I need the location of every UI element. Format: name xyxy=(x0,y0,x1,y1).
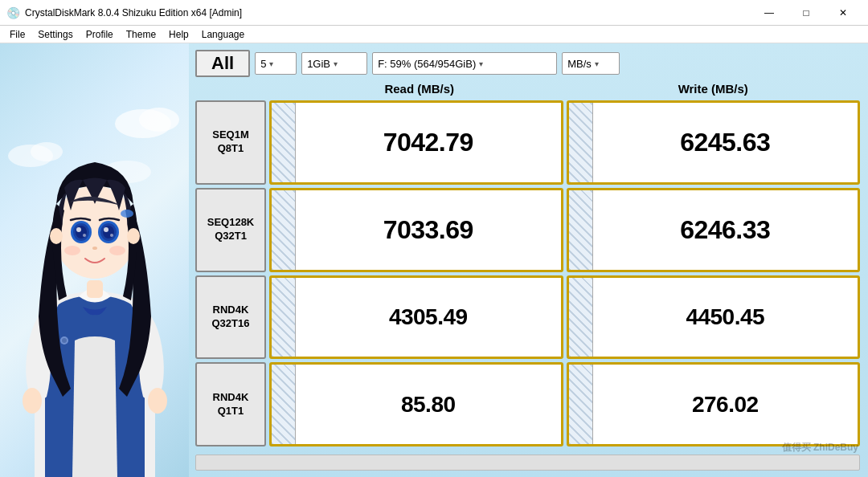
disk-value: F: 59% (564/954GiB) xyxy=(378,58,476,70)
svg-point-3 xyxy=(31,142,63,161)
runs-dropdown-arrow: ▾ xyxy=(269,59,273,68)
rnd4k-q32t16-write-value: 4450.45 xyxy=(593,304,858,330)
table-row: RND4K Q1T1 85.80 276.02 xyxy=(195,362,860,446)
benchmark-panel: All 5 ▾ 1GiB ▾ F: 59% (564/954GiB) ▾ MB/… xyxy=(189,43,868,477)
character-svg xyxy=(6,92,183,477)
size-value: 1GiB xyxy=(307,58,330,70)
disk-dropdown[interactable]: F: 59% (564/954GiB) ▾ xyxy=(372,52,557,75)
benchmark-rows: SEQ1M Q8T1 7042.79 6245.63 xyxy=(195,100,860,450)
svg-point-12 xyxy=(76,227,81,232)
disk-dropdown-arrow: ▾ xyxy=(479,59,483,68)
runs-dropdown[interactable]: 5 ▾ xyxy=(255,52,297,75)
seq128k-q32t1-label: SEQ128K Q32T1 xyxy=(195,188,266,272)
hatch-decoration xyxy=(569,103,593,182)
rnd4k-q1t1-label: RND4K Q1T1 xyxy=(195,362,266,446)
character-figure xyxy=(0,92,189,477)
svg-point-17 xyxy=(104,227,108,232)
all-button[interactable]: All xyxy=(195,50,250,77)
rnd4k-q32t16-label: RND4K Q32T16 xyxy=(195,275,266,360)
main-content: All 5 ▾ 1GiB ▾ F: 59% (564/954GiB) ▾ MB/… xyxy=(0,43,868,477)
rnd4k-q32t16-read-cell: 4305.49 xyxy=(269,275,563,360)
table-row: RND4K Q32T16 4305.49 4450.45 xyxy=(195,275,860,360)
watermark: 值得买 ZhiDeBuy xyxy=(782,441,858,455)
svg-point-21 xyxy=(109,246,125,255)
top-controls: All 5 ▾ 1GiB ▾ F: 59% (564/954GiB) ▾ MB/… xyxy=(195,50,860,77)
app-icon: 💿 xyxy=(6,6,20,19)
rnd4k-q32t16-read-value: 4305.49 xyxy=(296,304,561,330)
menu-bar: File Settings Profile Theme Help Languag… xyxy=(0,26,868,43)
svg-rect-7 xyxy=(87,280,103,298)
table-row: SEQ128K Q32T1 7033.69 6246.33 xyxy=(195,188,860,272)
seq1m-q8t1-read-cell: 7042.79 xyxy=(269,100,563,185)
menu-language[interactable]: Language xyxy=(195,27,251,42)
read-header: Read (MB/s) xyxy=(272,82,567,96)
seq128k-q32t1-read-cell: 7033.69 xyxy=(269,188,563,272)
seq1m-q8t1-cells: 7042.79 6245.63 xyxy=(269,100,860,185)
window-title: CrystalDiskMark 8.0.4 Shizuku Edition x6… xyxy=(25,7,746,18)
unit-dropdown-arrow: ▾ xyxy=(595,59,599,68)
maximize-button[interactable]: □ xyxy=(788,0,825,26)
rnd4k-q32t16-write-cell: 4450.45 xyxy=(567,275,861,360)
close-button[interactable]: ✕ xyxy=(825,0,862,26)
rnd4k-q1t1-write-value: 276.02 xyxy=(593,392,858,418)
svg-point-26 xyxy=(62,338,67,343)
menu-file[interactable]: File xyxy=(3,27,31,42)
svg-point-18 xyxy=(110,234,113,237)
progress-bar-container xyxy=(195,455,860,471)
hatch-decoration xyxy=(272,190,296,270)
title-bar: 💿 CrystalDiskMark 8.0.4 Shizuku Edition … xyxy=(0,0,868,26)
unit-value: MB/s xyxy=(567,58,592,70)
size-dropdown-arrow: ▾ xyxy=(334,59,338,68)
runs-value: 5 xyxy=(260,58,266,70)
rnd4k-q1t1-read-cell: 85.80 xyxy=(269,362,563,446)
seq128k-q32t1-write-value: 6246.33 xyxy=(593,215,858,245)
write-header: Write (MB/s) xyxy=(567,82,861,96)
hatch-decoration xyxy=(569,365,593,444)
hatch-decoration xyxy=(569,190,593,270)
svg-point-5 xyxy=(23,388,42,414)
hatch-decoration xyxy=(272,278,296,357)
window-controls: — □ ✕ xyxy=(751,0,862,26)
minimize-button[interactable]: — xyxy=(751,0,788,26)
rnd4k-q1t1-read-value: 85.80 xyxy=(296,392,561,418)
menu-help[interactable]: Help xyxy=(162,27,195,42)
column-headers: Read (MB/s) Write (MB/s) xyxy=(195,82,860,96)
seq128k-q32t1-write-cell: 6246.33 xyxy=(567,188,861,272)
rnd4k-q1t1-write-cell: 276.02 xyxy=(567,362,861,446)
svg-point-20 xyxy=(64,246,80,255)
seq1m-q8t1-write-cell: 6245.63 xyxy=(567,100,861,185)
rnd4k-q32t16-cells: 4305.49 4450.45 xyxy=(269,275,860,360)
menu-theme[interactable]: Theme xyxy=(120,27,162,42)
seq1m-q8t1-read-value: 7042.79 xyxy=(296,128,561,157)
svg-point-1 xyxy=(139,108,179,132)
svg-point-23 xyxy=(127,228,140,244)
svg-point-6 xyxy=(148,388,167,414)
hatch-decoration xyxy=(569,278,593,357)
svg-point-24 xyxy=(121,210,133,218)
size-dropdown[interactable]: 1GiB ▾ xyxy=(301,52,367,75)
rnd4k-q1t1-cells: 85.80 276.02 xyxy=(269,362,860,446)
seq1m-q8t1-write-value: 6245.63 xyxy=(593,128,858,157)
svg-point-13 xyxy=(83,234,86,237)
menu-profile[interactable]: Profile xyxy=(80,27,120,42)
menu-settings[interactable]: Settings xyxy=(31,27,79,42)
character-panel xyxy=(0,43,189,477)
seq128k-q32t1-cells: 7033.69 6246.33 xyxy=(269,188,860,272)
seq1m-q8t1-label: SEQ1M Q8T1 xyxy=(195,100,266,185)
table-row: SEQ1M Q8T1 7042.79 6245.63 xyxy=(195,100,860,185)
unit-dropdown[interactable]: MB/s ▾ xyxy=(562,52,620,75)
hatch-decoration xyxy=(272,365,296,444)
hatch-decoration xyxy=(272,103,296,182)
svg-point-19 xyxy=(92,247,97,250)
seq128k-q32t1-read-value: 7033.69 xyxy=(296,215,561,245)
svg-point-22 xyxy=(50,228,63,244)
